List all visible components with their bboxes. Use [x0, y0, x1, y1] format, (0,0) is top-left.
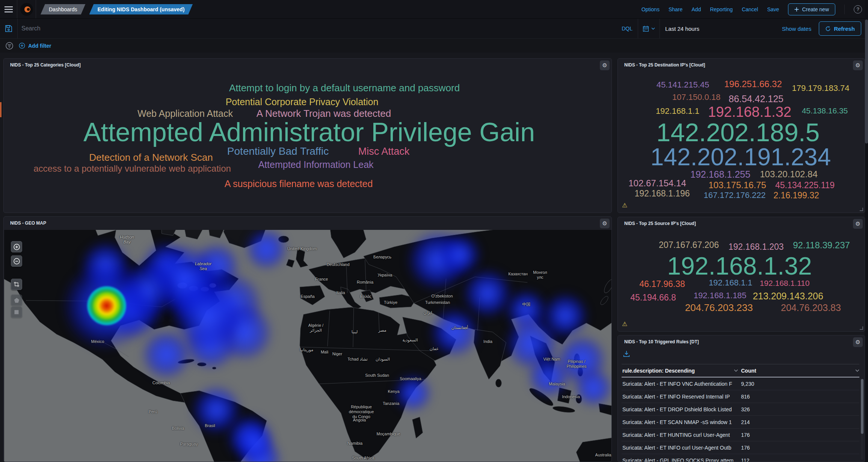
tag-cloud-word[interactable]: 192.168.1.196 — [634, 189, 690, 199]
tag-cloud-word[interactable]: 142.202.189.5 — [657, 118, 820, 147]
rules-table-header: rule.description: Descending Count — [622, 364, 859, 377]
tag-cloud-word[interactable]: Attempt to login by a default username a… — [229, 82, 460, 94]
map-zoom-in-button[interactable] — [11, 241, 22, 252]
menu-hamburger-icon[interactable] — [0, 0, 17, 18]
rules-table: rule.description: Descending Count Suric… — [622, 364, 859, 462]
tag-cloud-word[interactable]: 86.54.42.125 — [729, 94, 783, 104]
tag-cloud-word[interactable]: 192.168.1.1 — [709, 278, 752, 288]
tag-cloud-word[interactable]: 213.209.143.206 — [753, 291, 823, 302]
query-language-button[interactable]: DQL — [622, 26, 633, 32]
download-csv-button[interactable] — [623, 350, 633, 359]
tag-cloud-word[interactable]: 204.76.203.233 — [685, 302, 753, 314]
tag-cloud-word[interactable]: 45.134.225.119 — [775, 180, 835, 190]
tag-cloud-word[interactable]: Attempted Administrator Privilege Gain — [83, 117, 535, 147]
tag-cloud-word[interactable]: 196.251.66.32 — [724, 79, 782, 89]
tag-cloud-word[interactable]: 46.17.96.38 — [639, 279, 685, 289]
tag-cloud-word[interactable]: 2.16.199.32 — [773, 190, 819, 201]
tag-cloud-word[interactable]: 192.168.1.185 — [694, 291, 747, 300]
page-scrollbar-thumb[interactable] — [865, 20, 868, 143]
rule-description-cell[interactable]: Suricata: Alert - ET INFO VNC Authentica… — [622, 381, 738, 387]
map-draw-square-button[interactable] — [11, 306, 22, 318]
rule-description-cell[interactable]: Suricata: Alert - ET SCAN NMAP -sS windo… — [622, 419, 738, 425]
table-scrollbar[interactable] — [861, 379, 863, 460]
count-cell[interactable]: 214 — [738, 419, 859, 425]
nav-link-save[interactable]: Save — [767, 6, 779, 12]
panel-resize-handle[interactable] — [860, 208, 863, 211]
saved-query-button[interactable] — [0, 19, 18, 38]
search-input[interactable]: Search DQL — [18, 19, 638, 38]
tag-cloud-word[interactable]: 192.168.1.110 — [760, 279, 810, 288]
tag-cloud-word[interactable]: 192.168.1.32 — [667, 252, 812, 280]
map-draw-rectangle-button[interactable] — [11, 279, 22, 290]
panel-title: NIDS - Top 10 Triggered Rules [DT] — [624, 339, 699, 344]
tag-cloud-word[interactable]: 45.138.16.35 — [802, 106, 848, 115]
count-cell[interactable]: 326 — [738, 406, 859, 412]
page-scrollbar[interactable] — [865, 0, 868, 462]
tag-cloud-word[interactable]: 192.168.1.255 — [690, 169, 750, 180]
map-zoom-out-button[interactable] — [11, 255, 22, 267]
count-cell[interactable]: 176 — [738, 445, 859, 451]
tag-cloud-word[interactable]: Detection of a Network Scan — [89, 152, 213, 163]
tag-cloud-word[interactable]: 45.194.66.8 — [630, 293, 676, 303]
tag-cloud-word[interactable]: 102.67.154.14 — [628, 178, 686, 189]
help-icon[interactable]: ? — [854, 5, 862, 14]
add-filter-button[interactable]: Add filter — [19, 42, 51, 49]
count-cell[interactable]: 176 — [738, 432, 859, 438]
panel-gear-icon[interactable]: ⚙ — [600, 60, 610, 70]
world-map[interactable]: Hudson BayLabrador SeaUnited KingdomБела… — [4, 230, 612, 462]
app-logo[interactable] — [17, 0, 36, 18]
nav-link-cancel[interactable]: Cancel — [742, 6, 758, 12]
nav-link-options[interactable]: Options — [642, 6, 660, 12]
count-cell[interactable]: 112 — [738, 457, 859, 462]
tag-cloud-word[interactable]: 45.141.215.45 — [657, 80, 709, 90]
nav-link-add[interactable]: Add — [691, 6, 701, 12]
tag-cloud-word[interactable]: 167.172.176.222 — [703, 190, 765, 200]
rule-description-cell[interactable]: Suricata: Alert - ET INFO curl User-Agen… — [622, 445, 738, 451]
tag-cloud-word[interactable]: 103.20.102.84 — [760, 169, 817, 180]
tag-cloud-word[interactable]: 207.167.67.206 — [659, 240, 719, 250]
panel-gear-icon[interactable]: ⚙ — [853, 337, 863, 347]
tag-cloud-word[interactable]: 107.150.0.18 — [672, 92, 720, 102]
tag-cloud-word[interactable]: 192.168.1.203 — [728, 242, 783, 252]
tag-cloud-word[interactable]: 204.76.203.83 — [781, 302, 841, 313]
count-cell[interactable]: 9,230 — [738, 381, 859, 387]
tag-cloud-word[interactable]: 142.202.191.234 — [651, 143, 831, 171]
nav-link-reporting[interactable]: Reporting — [710, 6, 733, 12]
tag-cloud-word[interactable]: 92.118.39.237 — [793, 240, 850, 251]
truncated-data-warning-icon: ⚠ — [622, 320, 627, 328]
rule-description-cell[interactable]: Suricata: Alert - ET DROP Dshield Block … — [622, 406, 738, 412]
column-header-rule-description[interactable]: rule.description: Descending — [622, 368, 738, 374]
rule-description-cell[interactable]: Suricata: Alert - ET INFO Reserved Inter… — [622, 394, 738, 400]
rule-description-cell[interactable]: Suricata: Alert - GPL INFO SOCKS Proxy a… — [622, 457, 738, 462]
time-range-value[interactable]: Last 24 hours — [665, 26, 699, 32]
panel-gear-icon[interactable]: ⚙ — [853, 219, 863, 229]
panel-gear-icon[interactable]: ⚙ — [853, 60, 863, 70]
tag-cloud-word[interactable]: Potential Corporate Privacy Violation — [226, 97, 379, 107]
tag-cloud-word[interactable]: A suspicious filename was detected — [225, 178, 373, 189]
tag-cloud-word[interactable]: Attempted Information Leak — [258, 159, 373, 170]
rule-description-cell[interactable]: Suricata: Alert - ET HUNTING curl User-A… — [622, 432, 738, 438]
column-header-count[interactable]: Count — [738, 368, 859, 374]
nav-link-share[interactable]: Share — [669, 6, 682, 12]
panel-resize-handle[interactable] — [860, 326, 863, 330]
filter-options-icon[interactable] — [5, 42, 14, 50]
plus-icon — [794, 7, 799, 12]
create-new-label: Create new — [802, 6, 829, 12]
table-scrollbar-thumb[interactable] — [861, 379, 863, 434]
count-cell[interactable]: 816 — [738, 394, 859, 400]
show-dates-link[interactable]: Show dates — [782, 26, 811, 32]
tag-cloud-word[interactable]: access to a potentially vulnerable web a… — [33, 163, 231, 174]
query-bar: Search DQL Last 24 hours Show dates Refr… — [0, 19, 868, 39]
refresh-button[interactable]: Refresh — [819, 21, 861, 36]
map-draw-polygon-button[interactable] — [11, 294, 22, 306]
breadcrumb-dashboards[interactable]: Dashboards — [41, 4, 86, 15]
create-new-button[interactable]: Create new — [788, 3, 835, 15]
calendar-dropdown-button[interactable] — [638, 19, 660, 38]
tag-cloud-word[interactable]: 103.175.16.75 — [708, 180, 766, 190]
tag-cloud-word[interactable]: Potentially Bad Traffic — [227, 145, 329, 157]
breadcrumb-editing-dashboard[interactable]: Editing NIDS Dashboard (unsaved) — [89, 4, 193, 15]
panel-gear-icon[interactable]: ⚙ — [600, 219, 610, 228]
tag-cloud-word[interactable]: Misc Attack — [358, 146, 410, 157]
tag-cloud-word[interactable]: 179.179.183.74 — [792, 83, 850, 93]
tag-cloud-word[interactable]: 192.168.1.1 — [656, 106, 699, 116]
